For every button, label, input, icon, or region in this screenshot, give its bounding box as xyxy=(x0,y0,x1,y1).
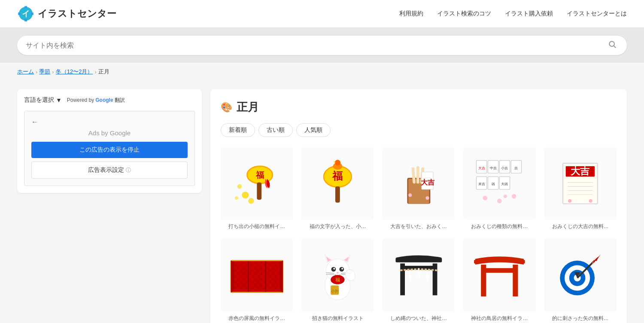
illust-item-5[interactable]: 赤色の屏風の無料イラ… xyxy=(221,239,293,322)
svg-rect-65 xyxy=(267,262,282,291)
svg-point-28 xyxy=(408,193,412,197)
search-section xyxy=(0,28,644,63)
illust-img-8 xyxy=(463,239,535,311)
svg-text:中吉: 中吉 xyxy=(490,166,497,170)
sort-tab-popular[interactable]: 人気順 xyxy=(296,123,331,137)
illust-item-1[interactable]: 福 福の文字が入った、小… xyxy=(301,147,374,230)
svg-point-46 xyxy=(512,194,516,198)
nav-purchase[interactable]: イラスト購入依頼 xyxy=(505,10,553,18)
svg-text:小判: 小判 xyxy=(331,289,339,293)
svg-text:吉: 吉 xyxy=(514,166,518,170)
illust-item-3[interactable]: 大吉 中吉 小吉 吉 末吉 凶 大凶 xyxy=(463,147,535,230)
breadcrumb-home[interactable]: ホーム xyxy=(17,68,34,76)
logo-area: イ イラストセンター xyxy=(17,5,116,22)
main-layout: 言語を選択 ▼ Powered by Google 翻訳 ← Ads by Go… xyxy=(0,81,644,323)
svg-text:大吉: 大吉 xyxy=(571,166,590,177)
svg-rect-63 xyxy=(232,262,247,291)
illust-grid: 福 打ち出の小槌の無料イ… 福 xyxy=(221,147,617,322)
chevron-down-icon: ▼ xyxy=(56,97,62,104)
illust-caption-3: おみくじの種類の無料… xyxy=(471,223,528,230)
illust-caption-7: しめ縄のついた、神社… xyxy=(390,315,447,322)
svg-rect-3 xyxy=(24,19,27,21)
svg-rect-90 xyxy=(395,258,442,262)
illust-img-7 xyxy=(383,239,455,311)
svg-point-6 xyxy=(609,41,614,46)
svg-point-44 xyxy=(483,195,487,200)
svg-text:大吉: 大吉 xyxy=(420,178,434,186)
illust-img-5 xyxy=(221,239,293,311)
illust-caption-4: おみくじの大吉の無料… xyxy=(552,223,609,230)
svg-text:大吉: 大吉 xyxy=(478,166,485,170)
svg-text:大凶: 大凶 xyxy=(501,182,508,186)
illust-caption-8: 神社の鳥居の無料イラ… xyxy=(471,315,528,322)
illust-img-0: 福 xyxy=(221,147,293,219)
illust-item-0[interactable]: 福 打ち出の小槌の無料イ… xyxy=(221,147,293,230)
breadcrumb-sep3: › xyxy=(94,69,96,75)
illust-item-8[interactable]: 神社の鳥居の無料イラ… xyxy=(463,239,535,322)
translate-text: 翻訳 xyxy=(115,97,125,104)
ads-by-google-label: Ads by Google xyxy=(31,129,188,137)
info-icon: ⓘ xyxy=(126,167,131,173)
sort-tab-old[interactable]: 古い順 xyxy=(258,123,293,137)
svg-rect-95 xyxy=(474,260,480,263)
illust-img-3: 大吉 中吉 小吉 吉 末吉 凶 大凶 xyxy=(463,147,535,219)
google-text: Google xyxy=(95,97,113,103)
svg-point-76 xyxy=(341,268,343,270)
illust-caption-2: 大吉を引いた、おみく… xyxy=(390,223,447,230)
svg-rect-22 xyxy=(416,166,419,183)
breadcrumb-sep2: › xyxy=(52,69,54,75)
breadcrumb-current: 正月 xyxy=(98,68,109,76)
svg-rect-94 xyxy=(483,268,516,273)
svg-text:福: 福 xyxy=(255,171,264,180)
illust-item-4[interactable]: 大吉 おみくじの大吉の無料… xyxy=(544,147,617,230)
stop-ad-button[interactable]: この広告の表示を停止 xyxy=(31,142,188,158)
illust-caption-5: 赤色の屏風の無料イラ… xyxy=(228,315,285,322)
header: イ イラストセンター 利用規約 イラスト検索のコツ イラスト購入依頼 イラストセ… xyxy=(0,0,644,28)
logo-icon: イ xyxy=(17,5,34,22)
svg-line-7 xyxy=(614,46,616,48)
language-selector[interactable]: 言語を選択 ▼ xyxy=(24,96,62,104)
search-button[interactable] xyxy=(606,40,618,51)
nav-search-tips[interactable]: イラスト検索のコツ xyxy=(437,10,491,18)
breadcrumb: ホーム › 季節 › 冬（12〜2月） › 正月 xyxy=(0,63,644,81)
breadcrumb-sep1: › xyxy=(36,69,37,75)
svg-rect-64 xyxy=(249,262,264,291)
back-arrow-icon[interactable]: ← xyxy=(31,118,38,126)
illust-item-9[interactable]: 的に刺さった矢の無料… xyxy=(544,239,617,322)
svg-text:小吉: 小吉 xyxy=(501,166,508,170)
search-bar xyxy=(17,36,627,55)
svg-point-11 xyxy=(237,184,242,189)
nav-about[interactable]: イラストセンターとは xyxy=(567,10,627,18)
ad-back-row: ← xyxy=(31,118,188,126)
illust-img-6: 福 小判 xyxy=(301,239,374,311)
breadcrumb-season[interactable]: 季節 xyxy=(39,68,50,76)
nav-terms[interactable]: 利用規約 xyxy=(399,10,423,18)
svg-point-75 xyxy=(333,268,335,270)
svg-rect-2 xyxy=(24,6,27,8)
illust-item-6[interactable]: 福 小判 招き猫の無料イラスト xyxy=(301,239,374,322)
main-nav: 利用規約 イラスト検索のコツ イラスト購入依頼 イラストセンターとは xyxy=(399,10,627,18)
search-icon xyxy=(608,40,617,49)
illust-item-2[interactable]: 大吉 大吉を引いた、おみく… xyxy=(383,147,455,230)
svg-point-83 xyxy=(347,270,352,273)
svg-point-56 xyxy=(568,199,572,203)
svg-point-13 xyxy=(235,196,238,200)
sidebar: 言語を選択 ▼ Powered by Google 翻訳 ← Ads by Go… xyxy=(17,89,202,323)
sidebar-card: 言語を選択 ▼ Powered by Google 翻訳 ← Ads by Go… xyxy=(17,89,202,193)
illust-caption-6: 招き猫の無料イラスト xyxy=(312,315,364,322)
content-area: 🎨 正月 新着順 古い順 人気順 xyxy=(210,89,627,323)
svg-point-45 xyxy=(497,198,502,203)
svg-point-19 xyxy=(335,160,340,165)
search-input[interactable] xyxy=(26,42,606,49)
breadcrumb-winter[interactable]: 冬（12〜2月） xyxy=(56,68,93,76)
svg-rect-5 xyxy=(31,12,33,15)
illust-item-7[interactable]: しめ縄のついた、神社… xyxy=(383,239,455,322)
sort-tab-new[interactable]: 新着順 xyxy=(221,123,255,137)
ad-settings-button[interactable]: 広告表示設定 ⓘ xyxy=(31,162,188,179)
illust-img-2: 大吉 xyxy=(383,147,455,219)
svg-rect-4 xyxy=(18,12,20,15)
svg-rect-96 xyxy=(519,260,525,263)
svg-point-12 xyxy=(248,198,254,204)
svg-point-29 xyxy=(425,196,429,200)
illust-caption-1: 福の文字が入った、小… xyxy=(310,223,366,230)
